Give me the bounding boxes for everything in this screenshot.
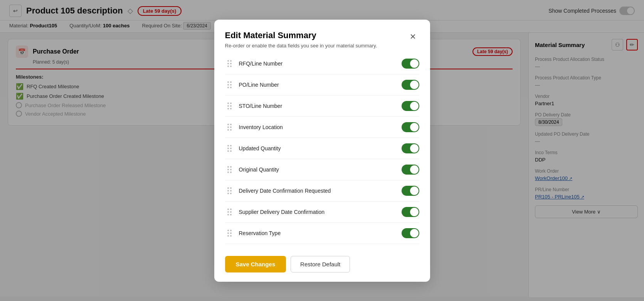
save-changes-button[interactable]: Save Changes <box>225 256 286 272</box>
restore-default-button[interactable]: Restore Default <box>291 256 350 272</box>
modal-field-row: RFQ/Line Number <box>225 53 419 74</box>
field-row-label: Inventory Location <box>239 124 402 130</box>
drag-handle[interactable] <box>225 81 234 88</box>
drag-handle[interactable] <box>225 209 234 215</box>
modal-overlay[interactable]: Edit Material Summary Re-order or enable… <box>0 0 644 301</box>
field-row-label: STO/Line Number <box>239 103 402 109</box>
modal-subtitle: Re-order or enable the data fields you s… <box>225 43 377 49</box>
modal-title: Edit Material Summary <box>225 30 377 40</box>
modal-header: Edit Material Summary Re-order or enable… <box>214 20 430 53</box>
modal-field-row: Inventory Location <box>225 117 419 138</box>
field-row-label: Updated Quantity <box>239 145 402 151</box>
drag-handle[interactable] <box>225 145 234 152</box>
field-toggle[interactable] <box>402 59 419 69</box>
field-toggle[interactable] <box>402 207 419 217</box>
modal-field-row: PO/Line Number <box>225 74 419 96</box>
drag-handle[interactable] <box>225 230 234 237</box>
edit-modal: Edit Material Summary Re-order or enable… <box>214 20 430 282</box>
modal-field-row: STO/Line Number <box>225 96 419 117</box>
drag-handle[interactable] <box>225 103 234 109</box>
field-toggle[interactable] <box>402 143 419 153</box>
modal-fields: RFQ/Line Number PO/Line Number STO/Line … <box>225 53 419 248</box>
field-toggle[interactable] <box>402 186 419 196</box>
modal-field-row: Brand Name <box>225 244 419 248</box>
field-row-label: Original Quantity <box>239 166 402 173</box>
modal-body: RFQ/Line Number PO/Line Number STO/Line … <box>214 53 430 248</box>
field-row-label: Delivery Date Confirmation Requested <box>239 188 402 194</box>
field-toggle[interactable] <box>402 80 419 90</box>
field-toggle[interactable] <box>402 101 419 111</box>
modal-field-row: Updated Quantity <box>225 138 419 159</box>
field-toggle[interactable] <box>402 228 419 238</box>
field-toggle[interactable] <box>402 122 419 132</box>
modal-close-button[interactable]: ✕ <box>407 30 419 43</box>
field-row-label: Supplier Delivery Date Confirmation <box>239 209 402 215</box>
field-row-label: RFQ/Line Number <box>239 61 402 67</box>
modal-field-row: Delivery Date Confirmation Requested <box>225 180 419 202</box>
modal-field-row: Original Quantity <box>225 159 419 180</box>
field-row-label: Reservation Type <box>239 230 402 236</box>
drag-handle[interactable] <box>225 124 234 131</box>
field-toggle[interactable] <box>402 165 419 175</box>
modal-field-row: Supplier Delivery Date Confirmation <box>225 202 419 223</box>
drag-handle[interactable] <box>225 187 234 194</box>
modal-field-row: Reservation Type <box>225 223 419 244</box>
modal-footer: Save Changes Restore Default <box>214 248 430 282</box>
drag-handle[interactable] <box>225 60 234 67</box>
field-row-label: PO/Line Number <box>239 82 402 88</box>
drag-handle[interactable] <box>225 166 234 173</box>
